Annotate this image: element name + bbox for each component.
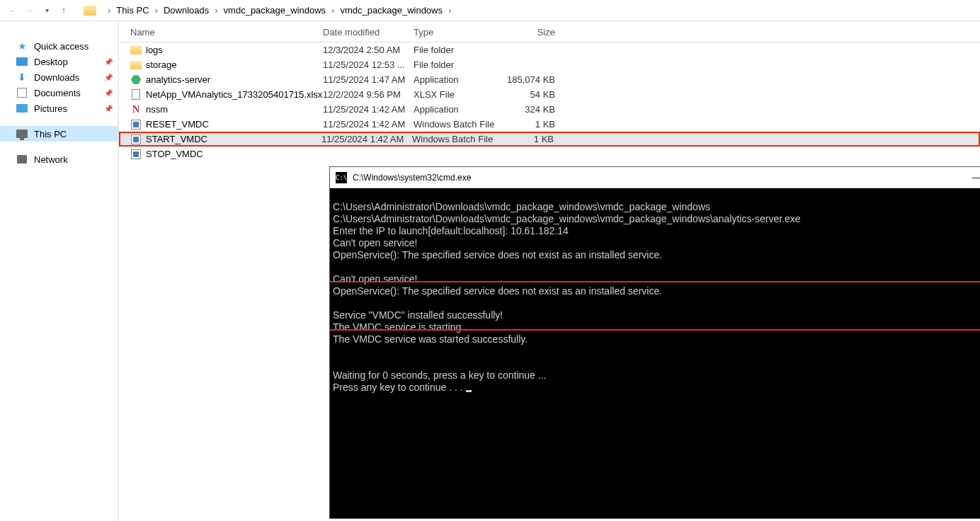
sidebar-item-this-pc[interactable]: This PC — [0, 126, 118, 142]
chevron-right-icon[interactable]: › — [331, 5, 334, 16]
recent-dropdown[interactable]: ▾ — [40, 4, 54, 18]
cmd-line: Enter the IP to launch[default:localhost… — [333, 225, 569, 236]
sidebar-item-pictures[interactable]: Pictures 📌 — [0, 101, 118, 116]
download-icon: ⬇ — [16, 71, 28, 83]
cmd-line: The VMDC service was started successfull… — [333, 333, 528, 345]
file-type-cell: Windows Batch File — [414, 119, 501, 130]
pin-icon: 📌 — [104, 89, 113, 97]
file-name: NetApp_VMAnalytics_1733205401715.xlsx — [146, 89, 322, 100]
column-header-date[interactable]: Date modified — [323, 27, 414, 38]
file-row[interactable]: logs12/3/2024 2:50 AMFile folder — [119, 42, 980, 57]
pictures-icon — [16, 103, 28, 114]
file-row[interactable]: analytics-server11/25/2024 1:47 AMApplic… — [119, 72, 980, 87]
file-name-cell: storage — [130, 59, 323, 71]
file-name: analytics-server — [146, 74, 210, 85]
cmd-line: Waiting for 0 seconds, press a key to co… — [333, 370, 546, 381]
cmd-line: OpenService(): The specified service doe… — [333, 285, 662, 297]
file-size-cell: 54 KB — [501, 89, 555, 100]
file-row[interactable]: Nnssm11/25/2024 1:42 AMApplication324 KB — [119, 102, 980, 117]
file-name: logs — [146, 45, 163, 55]
sidebar-label: Documents — [34, 88, 81, 98]
sidebar-label: This PC — [34, 129, 67, 139]
file-size-cell: 1 KB — [501, 119, 555, 130]
cmd-line: Can't open service! — [333, 237, 417, 248]
breadcrumb-item[interactable]: vmdc_package_windows — [221, 4, 329, 17]
file-date-cell: 11/25/2024 12:53 ... — [323, 59, 414, 70]
network-icon — [16, 154, 28, 165]
file-date-cell: 11/25/2024 1:42 AM — [323, 119, 414, 130]
cmd-output[interactable]: C:\Users\Administrator\Downloads\vmdc_pa… — [330, 188, 980, 518]
file-name: nssm — [146, 104, 168, 115]
cmd-line: OpenService(): The specified service doe… — [333, 249, 662, 260]
file-size-cell: 1 KB — [500, 134, 554, 144]
file-name: RESET_VMDC — [146, 119, 209, 130]
back-button[interactable]: ← — [6, 4, 20, 18]
file-row[interactable]: NetApp_VMAnalytics_1733205401715.xlsx12/… — [119, 87, 980, 102]
column-headers: Name Date modified Type Size — [119, 21, 980, 42]
sidebar-item-quick-access[interactable]: ★ Quick access — [0, 38, 118, 54]
file-row[interactable]: STOP_VMDC — [119, 147, 980, 161]
file-row[interactable]: RESET_VMDC11/25/2024 1:42 AMWindows Batc… — [119, 117, 980, 132]
quick-access-icon: ★ — [16, 40, 28, 52]
file-row[interactable]: START_VMDC11/25/2024 1:42 AMWindows Batc… — [119, 132, 980, 147]
file-name-cell: START_VMDC — [130, 134, 321, 145]
cmd-line: Press any key to continue . . . — [333, 382, 466, 393]
file-name-cell: logs — [130, 45, 323, 56]
column-header-type[interactable]: Type — [414, 27, 501, 38]
folder-icon — [130, 59, 142, 71]
documents-icon — [16, 87, 28, 98]
batch-icon — [130, 149, 142, 160]
chevron-right-icon[interactable]: › — [108, 5, 110, 16]
minimize-button[interactable]: — — [960, 167, 980, 188]
n-icon: N — [130, 104, 142, 115]
hex-icon — [130, 74, 142, 86]
doc-icon — [130, 89, 142, 101]
navigation-pane: ★ Quick access Desktop 📌 ⬇ Downloads 📌 D… — [0, 21, 119, 521]
column-header-name[interactable]: Name — [130, 27, 323, 38]
breadcrumb-item[interactable]: This PC — [113, 4, 152, 17]
file-name-cell: NetApp_VMAnalytics_1733205401715.xlsx — [130, 89, 323, 101]
file-date-cell: 11/25/2024 1:47 AM — [323, 74, 414, 85]
address-bar: ← → ▾ ↑ › This PC › Downloads › vmdc_pac… — [0, 0, 980, 21]
cmd-icon: C:\ — [336, 172, 347, 183]
sidebar-item-downloads[interactable]: ⬇ Downloads 📌 — [0, 69, 118, 85]
chevron-right-icon[interactable]: › — [155, 5, 158, 16]
file-name-cell: Nnssm — [130, 104, 323, 115]
pin-icon: 📌 — [104, 105, 113, 113]
sidebar-item-network[interactable]: Network — [0, 151, 118, 167]
batch-icon — [130, 134, 142, 145]
file-name: storage — [146, 59, 176, 70]
chevron-right-icon[interactable]: › — [448, 5, 451, 16]
forward-button[interactable]: → — [23, 4, 37, 18]
cmd-titlebar[interactable]: C:\ C:\Windows\system32\cmd.exe — ☐ ✕ — [330, 167, 980, 188]
file-type-cell: XLSX File — [414, 89, 501, 100]
file-name: STOP_VMDC — [146, 149, 203, 159]
sidebar-label: Desktop — [34, 57, 68, 67]
file-name-cell: RESET_VMDC — [130, 119, 323, 130]
column-header-size[interactable]: Size — [501, 27, 555, 38]
file-name-cell: STOP_VMDC — [130, 149, 323, 160]
cursor-icon — [466, 390, 472, 392]
sidebar-label: Pictures — [34, 103, 67, 114]
chevron-right-icon[interactable]: › — [215, 5, 217, 16]
sidebar-item-desktop[interactable]: Desktop 📌 — [0, 54, 118, 69]
file-type-cell: Application — [414, 74, 501, 85]
file-type-cell: File folder — [414, 45, 501, 55]
file-date-cell: 12/3/2024 2:50 AM — [323, 45, 414, 55]
file-size-cell: 324 KB — [501, 104, 555, 115]
breadcrumb-item[interactable]: Downloads — [161, 4, 212, 17]
file-name: START_VMDC — [146, 134, 207, 144]
sidebar-label: Network — [34, 154, 68, 165]
file-name-cell: analytics-server — [130, 74, 323, 86]
cmd-title: C:\Windows\system32\cmd.exe — [353, 173, 960, 183]
sidebar-item-documents[interactable]: Documents 📌 — [0, 85, 118, 101]
sidebar-label: Downloads — [34, 72, 79, 83]
file-row[interactable]: storage11/25/2024 12:53 ...File folder — [119, 57, 980, 72]
sidebar-label: Quick access — [34, 41, 89, 52]
folder-icon — [130, 45, 142, 56]
cmd-line: C:\Users\Administrator\Downloads\vmdc_pa… — [333, 201, 710, 212]
up-button[interactable]: ↑ — [57, 4, 71, 18]
file-date-cell: 11/25/2024 1:42 AM — [321, 134, 412, 144]
breadcrumb-item[interactable]: vmdc_package_windows — [337, 4, 445, 17]
cmd-window: C:\ C:\Windows\system32\cmd.exe — ☐ ✕ C:… — [329, 166, 980, 519]
